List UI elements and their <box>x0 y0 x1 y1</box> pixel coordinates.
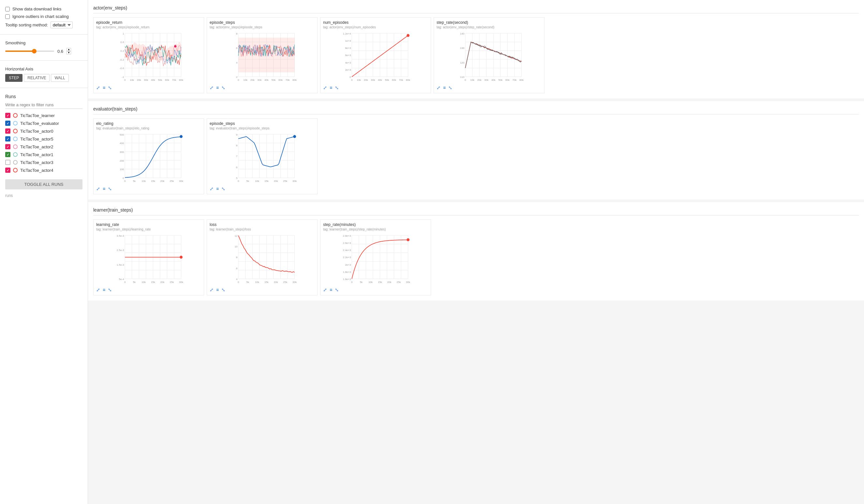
axis-wall-button[interactable]: WALL <box>51 74 69 82</box>
show-data-links-row[interactable]: Show data download links <box>5 7 83 11</box>
runs-filter-input[interactable] <box>5 101 83 109</box>
svg-text:15k: 15k <box>378 281 382 284</box>
smoothing-slider[interactable] <box>5 50 54 52</box>
menu-icon[interactable]: ≡ <box>216 85 219 90</box>
run-item: ✓TicTacToe_actor5 <box>5 135 83 143</box>
run-checkbox[interactable]: ✓ <box>5 144 10 149</box>
svg-point-165 <box>293 135 296 138</box>
svg-text:400: 400 <box>120 142 124 145</box>
chart-svg: 500400300200100005k10k15k20k25k30k <box>96 132 201 184</box>
fit-icon[interactable]: ⤡ <box>108 85 112 90</box>
run-name-label: TicTacToe_actor2 <box>20 144 53 149</box>
svg-text:6: 6 <box>236 166 238 169</box>
chart-card: episode_stepstag: evaluator(train_steps)… <box>207 118 317 194</box>
run-item: ✓TicTacToe_actor1 <box>5 151 83 158</box>
svg-text:6: 6 <box>236 267 238 270</box>
run-checkbox[interactable] <box>5 160 10 165</box>
chart-card: learning_ratetag: learner(train_steps)/l… <box>93 219 204 295</box>
runs-footer: runs <box>0 192 88 199</box>
fit-icon[interactable]: ⤡ <box>108 186 112 191</box>
fit-icon[interactable]: ⤡ <box>221 186 225 191</box>
menu-icon[interactable]: ≡ <box>103 287 105 292</box>
chart-tag: tag: evaluator(train_steps)/elo_rating <box>96 127 201 130</box>
svg-text:10k: 10k <box>255 180 260 182</box>
ignore-outliers-checkbox[interactable] <box>5 14 10 19</box>
smoothing-up[interactable]: ▲ <box>67 48 71 51</box>
expand-icon[interactable]: ⤢ <box>323 85 327 90</box>
axis-relative-button[interactable]: RELATIVE <box>24 74 50 82</box>
expand-icon[interactable]: ⤢ <box>96 85 100 90</box>
svg-text:25k: 25k <box>283 281 288 284</box>
run-item: TicTacToe_actor3 <box>5 158 83 166</box>
menu-icon[interactable]: ≡ <box>329 85 332 90</box>
chart-title: episode_steps <box>209 121 315 126</box>
svg-text:25k: 25k <box>396 281 401 284</box>
svg-text:20k: 20k <box>274 180 278 182</box>
svg-text:10k: 10k <box>243 79 248 82</box>
fit-icon[interactable]: ⤡ <box>335 287 339 292</box>
run-checkbox[interactable]: ✓ <box>5 136 10 142</box>
fit-icon[interactable]: ⤡ <box>221 287 225 292</box>
smoothing-down[interactable]: ▼ <box>67 51 71 55</box>
run-checkbox[interactable]: ✓ <box>5 152 10 157</box>
ignore-outliers-row[interactable]: Ignore outliers in chart scaling <box>5 14 83 19</box>
run-checkbox[interactable]: ✓ <box>5 129 10 134</box>
smoothing-spinner[interactable]: ▲ ▼ <box>67 48 71 55</box>
run-item: ✓TicTacToe_actor0 <box>5 127 83 135</box>
run-checkbox[interactable]: ✓ <box>5 168 10 173</box>
run-checkbox[interactable]: ✓ <box>5 121 10 126</box>
svg-text:15k: 15k <box>151 180 156 182</box>
menu-icon[interactable]: ≡ <box>443 85 446 90</box>
expand-icon[interactable]: ⤢ <box>436 85 441 90</box>
fit-icon[interactable]: ⤡ <box>221 85 225 90</box>
chart-controls: ⤢≡⤡ <box>96 85 201 90</box>
menu-icon[interactable]: ≡ <box>103 85 105 90</box>
menu-icon[interactable]: ≡ <box>103 186 105 191</box>
svg-text:5k: 5k <box>247 180 249 182</box>
run-name-label: TicTacToe_actor1 <box>20 152 53 157</box>
h-axis-label: Horizontal Axis <box>5 67 83 71</box>
show-data-links-checkbox[interactable] <box>5 7 10 11</box>
svg-text:200: 200 <box>120 159 124 163</box>
chart-area: 140130120110010k20k30k40k50k60k70k80k <box>436 31 542 83</box>
svg-text:120: 120 <box>460 61 465 64</box>
charts-row: episode_returntag: actor(env_steps)/epis… <box>93 17 859 93</box>
expand-icon[interactable]: ⤢ <box>209 287 214 292</box>
chart-tag: tag: learner(train_steps)/step_rate(minu… <box>323 228 428 231</box>
chart-card: step_rate(minutes)tag: learner(train_ste… <box>320 219 431 295</box>
fit-icon[interactable]: ⤡ <box>108 287 112 292</box>
run-color-circle <box>13 121 17 125</box>
expand-icon[interactable]: ⤢ <box>209 85 214 90</box>
chart-tag: tag: actor(env_steps)/num_episodes <box>323 25 428 29</box>
svg-text:12: 12 <box>235 235 238 237</box>
expand-icon[interactable]: ⤢ <box>96 186 100 191</box>
menu-icon[interactable]: ≡ <box>216 287 219 292</box>
svg-text:70k: 70k <box>513 79 517 82</box>
charts-row: elo_ratingtag: evaluator(train_steps)/el… <box>93 118 859 194</box>
expand-icon[interactable]: ⤢ <box>323 287 327 292</box>
svg-text:20k: 20k <box>477 79 482 82</box>
chart-tag: tag: evaluator(train_steps)/episode_step… <box>209 127 315 130</box>
menu-icon[interactable]: ≡ <box>329 287 332 292</box>
svg-text:5k: 5k <box>247 281 249 284</box>
svg-text:2e+3: 2e+3 <box>345 69 351 71</box>
axis-step-button[interactable]: STEP <box>5 74 23 82</box>
tooltip-sort-select[interactable]: default <box>50 22 73 28</box>
svg-text:0: 0 <box>124 79 126 82</box>
run-color-circle <box>13 129 17 133</box>
svg-text:50k: 50k <box>271 79 276 82</box>
svg-text:110: 110 <box>460 76 465 79</box>
svg-text:8: 8 <box>236 144 238 147</box>
expand-icon[interactable]: ⤢ <box>96 287 100 292</box>
fit-icon[interactable]: ⤡ <box>448 85 452 90</box>
run-checkbox[interactable]: ✓ <box>5 113 10 118</box>
fit-icon[interactable]: ⤡ <box>335 85 339 90</box>
ignore-outliers-label: Ignore outliers in chart scaling <box>12 14 69 19</box>
svg-text:70k: 70k <box>286 79 290 82</box>
svg-text:25k: 25k <box>169 281 174 284</box>
svg-point-247 <box>407 238 409 241</box>
svg-point-136 <box>180 135 183 138</box>
expand-icon[interactable]: ⤢ <box>209 186 214 191</box>
toggle-all-button[interactable]: TOGGLE ALL RUNS <box>5 179 83 189</box>
menu-icon[interactable]: ≡ <box>216 186 219 191</box>
